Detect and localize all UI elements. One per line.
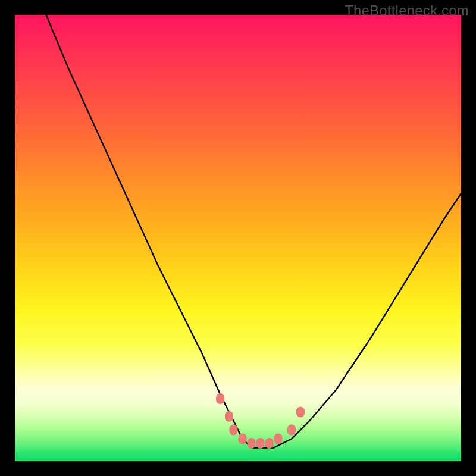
- highlight-marker: [239, 434, 247, 444]
- highlight-marker: [256, 438, 265, 449]
- highlight-marker: [230, 425, 238, 436]
- highlight-marker: [287, 425, 296, 436]
- bottleneck-curve: [46, 15, 462, 448]
- highlight-marker: [216, 393, 224, 404]
- highlight-marker: [296, 407, 305, 418]
- highlight-markers: [216, 393, 305, 449]
- highlight-marker: [248, 438, 256, 449]
- bottleneck-chart: [15, 15, 461, 461]
- highlight-marker: [225, 411, 233, 422]
- highlight-marker: [274, 434, 283, 444]
- highlight-marker: [265, 438, 274, 449]
